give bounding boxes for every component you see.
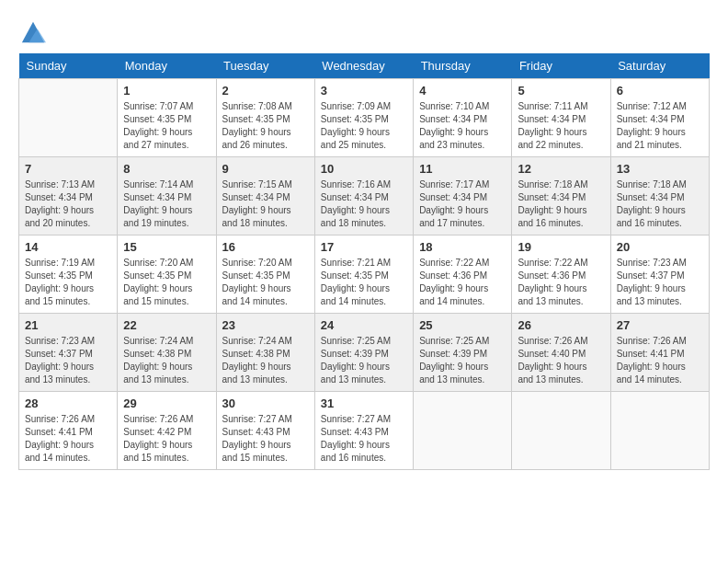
day-info: Sunrise: 7:23 AMSunset: 4:37 PMDaylight:… — [25, 335, 111, 386]
day-info: Sunrise: 7:21 AMSunset: 4:35 PMDaylight:… — [321, 257, 407, 308]
day-number: 1 — [123, 84, 210, 98]
calendar-day-cell: 11Sunrise: 7:17 AMSunset: 4:34 PMDayligh… — [414, 157, 512, 236]
day-info: Sunrise: 7:26 AMSunset: 4:41 PMDaylight:… — [617, 335, 703, 386]
empty-day-cell — [414, 392, 512, 470]
day-info: Sunrise: 7:26 AMSunset: 4:40 PMDaylight:… — [518, 335, 604, 386]
weekday-header-friday: Friday — [512, 53, 610, 79]
day-info: Sunrise: 7:08 AMSunset: 4:35 PMDaylight:… — [222, 100, 309, 152]
calendar-day-cell: 9Sunrise: 7:15 AMSunset: 4:34 PMDaylight… — [216, 157, 314, 236]
day-info: Sunrise: 7:26 AMSunset: 4:42 PMDaylight:… — [123, 413, 210, 465]
calendar-day-cell: 13Sunrise: 7:18 AMSunset: 4:34 PMDayligh… — [610, 157, 709, 236]
calendar-day-cell: 23Sunrise: 7:24 AMSunset: 4:38 PMDayligh… — [216, 314, 314, 392]
weekday-header-wednesday: Wednesday — [314, 53, 413, 79]
day-info: Sunrise: 7:09 AMSunset: 4:35 PMDaylight:… — [321, 100, 407, 152]
calendar-day-cell: 21Sunrise: 7:23 AMSunset: 4:37 PMDayligh… — [19, 314, 118, 392]
day-info: Sunrise: 7:22 AMSunset: 4:36 PMDaylight:… — [518, 257, 604, 308]
calendar-day-cell: 8Sunrise: 7:14 AMSunset: 4:34 PMDaylight… — [118, 157, 216, 236]
day-number: 11 — [419, 162, 506, 176]
day-info: Sunrise: 7:24 AMSunset: 4:38 PMDaylight:… — [123, 335, 210, 386]
day-number: 26 — [518, 318, 604, 332]
day-number: 14 — [25, 240, 111, 254]
calendar-day-cell: 15Sunrise: 7:20 AMSunset: 4:35 PMDayligh… — [118, 236, 216, 314]
day-number: 9 — [222, 162, 309, 176]
day-number: 10 — [321, 162, 407, 176]
logo — [18, 18, 46, 39]
weekday-header-row: SundayMondayTuesdayWednesdayThursdayFrid… — [19, 53, 710, 79]
calendar-day-cell: 28Sunrise: 7:26 AMSunset: 4:41 PMDayligh… — [19, 392, 118, 470]
day-number: 23 — [222, 318, 309, 332]
calendar-day-cell: 4Sunrise: 7:10 AMSunset: 4:34 PMDaylight… — [414, 79, 512, 157]
calendar-table: SundayMondayTuesdayWednesdayThursdayFrid… — [18, 53, 710, 470]
day-number: 20 — [617, 240, 703, 254]
calendar-day-cell: 29Sunrise: 7:26 AMSunset: 4:42 PMDayligh… — [118, 392, 216, 470]
day-info: Sunrise: 7:17 AMSunset: 4:34 PMDaylight:… — [419, 178, 506, 230]
calendar-day-cell: 31Sunrise: 7:27 AMSunset: 4:43 PMDayligh… — [314, 392, 413, 470]
weekday-header-sunday: Sunday — [19, 53, 118, 79]
day-info: Sunrise: 7:23 AMSunset: 4:37 PMDaylight:… — [617, 257, 703, 308]
day-info: Sunrise: 7:10 AMSunset: 4:34 PMDaylight:… — [419, 100, 506, 152]
calendar-day-cell: 30Sunrise: 7:27 AMSunset: 4:43 PMDayligh… — [216, 392, 314, 470]
day-info: Sunrise: 7:18 AMSunset: 4:34 PMDaylight:… — [617, 178, 703, 230]
day-info: Sunrise: 7:16 AMSunset: 4:34 PMDaylight:… — [321, 178, 407, 230]
day-info: Sunrise: 7:20 AMSunset: 4:35 PMDaylight:… — [123, 257, 210, 308]
weekday-header-thursday: Thursday — [414, 53, 512, 79]
day-number: 25 — [419, 318, 506, 332]
day-number: 13 — [617, 162, 703, 176]
day-number: 29 — [123, 396, 210, 410]
day-info: Sunrise: 7:25 AMSunset: 4:39 PMDaylight:… — [321, 335, 407, 386]
day-number: 2 — [222, 84, 309, 98]
day-number: 5 — [518, 84, 604, 98]
day-number: 17 — [321, 240, 407, 254]
calendar-day-cell: 16Sunrise: 7:20 AMSunset: 4:35 PMDayligh… — [216, 236, 314, 314]
day-number: 7 — [25, 162, 111, 176]
day-number: 28 — [25, 396, 111, 410]
logo-icon — [20, 18, 46, 44]
calendar-day-cell: 24Sunrise: 7:25 AMSunset: 4:39 PMDayligh… — [314, 314, 413, 392]
calendar-day-cell: 20Sunrise: 7:23 AMSunset: 4:37 PMDayligh… — [610, 236, 709, 314]
calendar-day-cell: 3Sunrise: 7:09 AMSunset: 4:35 PMDaylight… — [314, 79, 413, 157]
empty-day-cell — [512, 392, 610, 470]
day-number: 31 — [321, 396, 407, 410]
day-number: 15 — [123, 240, 210, 254]
day-number: 22 — [123, 318, 210, 332]
calendar-day-cell: 17Sunrise: 7:21 AMSunset: 4:35 PMDayligh… — [314, 236, 413, 314]
calendar-week-row: 21Sunrise: 7:23 AMSunset: 4:37 PMDayligh… — [19, 314, 710, 392]
header — [18, 18, 710, 39]
day-info: Sunrise: 7:26 AMSunset: 4:41 PMDaylight:… — [25, 413, 111, 465]
calendar-day-cell: 7Sunrise: 7:13 AMSunset: 4:34 PMDaylight… — [19, 157, 118, 236]
calendar-day-cell: 26Sunrise: 7:26 AMSunset: 4:40 PMDayligh… — [512, 314, 610, 392]
day-number: 18 — [419, 240, 506, 254]
day-info: Sunrise: 7:27 AMSunset: 4:43 PMDaylight:… — [321, 413, 407, 465]
day-info: Sunrise: 7:25 AMSunset: 4:39 PMDaylight:… — [419, 335, 506, 386]
weekday-header-monday: Monday — [118, 53, 216, 79]
day-info: Sunrise: 7:20 AMSunset: 4:35 PMDaylight:… — [222, 257, 309, 308]
calendar-day-cell: 18Sunrise: 7:22 AMSunset: 4:36 PMDayligh… — [414, 236, 512, 314]
calendar-day-cell: 19Sunrise: 7:22 AMSunset: 4:36 PMDayligh… — [512, 236, 610, 314]
calendar-day-cell: 22Sunrise: 7:24 AMSunset: 4:38 PMDayligh… — [118, 314, 216, 392]
calendar-day-cell: 27Sunrise: 7:26 AMSunset: 4:41 PMDayligh… — [610, 314, 709, 392]
calendar-week-row: 7Sunrise: 7:13 AMSunset: 4:34 PMDaylight… — [19, 157, 710, 236]
weekday-header-saturday: Saturday — [610, 53, 709, 79]
empty-day-cell — [19, 79, 118, 157]
calendar-day-cell: 6Sunrise: 7:12 AMSunset: 4:34 PMDaylight… — [610, 79, 709, 157]
day-info: Sunrise: 7:07 AMSunset: 4:35 PMDaylight:… — [123, 100, 210, 152]
calendar-week-row: 14Sunrise: 7:19 AMSunset: 4:35 PMDayligh… — [19, 236, 710, 314]
day-info: Sunrise: 7:27 AMSunset: 4:43 PMDaylight:… — [222, 413, 309, 465]
day-info: Sunrise: 7:13 AMSunset: 4:34 PMDaylight:… — [25, 178, 111, 230]
calendar-day-cell: 10Sunrise: 7:16 AMSunset: 4:34 PMDayligh… — [314, 157, 413, 236]
day-number: 24 — [321, 318, 407, 332]
day-number: 16 — [222, 240, 309, 254]
day-info: Sunrise: 7:19 AMSunset: 4:35 PMDaylight:… — [25, 257, 111, 308]
day-number: 3 — [321, 84, 407, 98]
day-number: 8 — [123, 162, 210, 176]
calendar-week-row: 28Sunrise: 7:26 AMSunset: 4:41 PMDayligh… — [19, 392, 710, 470]
day-number: 12 — [518, 162, 604, 176]
calendar-day-cell: 2Sunrise: 7:08 AMSunset: 4:35 PMDaylight… — [216, 79, 314, 157]
day-info: Sunrise: 7:24 AMSunset: 4:38 PMDaylight:… — [222, 335, 309, 386]
day-number: 4 — [419, 84, 506, 98]
day-number: 27 — [617, 318, 703, 332]
calendar-day-cell: 1Sunrise: 7:07 AMSunset: 4:35 PMDaylight… — [118, 79, 216, 157]
day-number: 19 — [518, 240, 604, 254]
day-info: Sunrise: 7:11 AMSunset: 4:34 PMDaylight:… — [518, 100, 604, 152]
day-info: Sunrise: 7:12 AMSunset: 4:34 PMDaylight:… — [617, 100, 703, 152]
